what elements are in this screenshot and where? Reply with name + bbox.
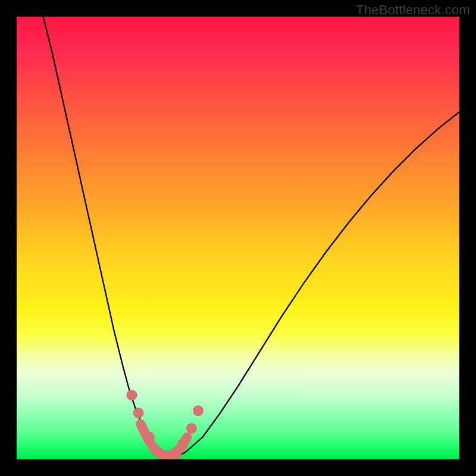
datapoint (193, 405, 203, 416)
datapoint (144, 432, 155, 443)
datapoint (186, 423, 197, 434)
right-curve (170, 112, 459, 459)
chart-frame: TheBottleneck.com (0, 0, 476, 476)
datapoint (177, 439, 188, 449)
datapoint (126, 390, 137, 400)
left-curve (43, 17, 170, 459)
chart-svg (17, 17, 459, 459)
watermark-text: TheBottleneck.com (356, 2, 470, 18)
datapoint (133, 408, 144, 418)
